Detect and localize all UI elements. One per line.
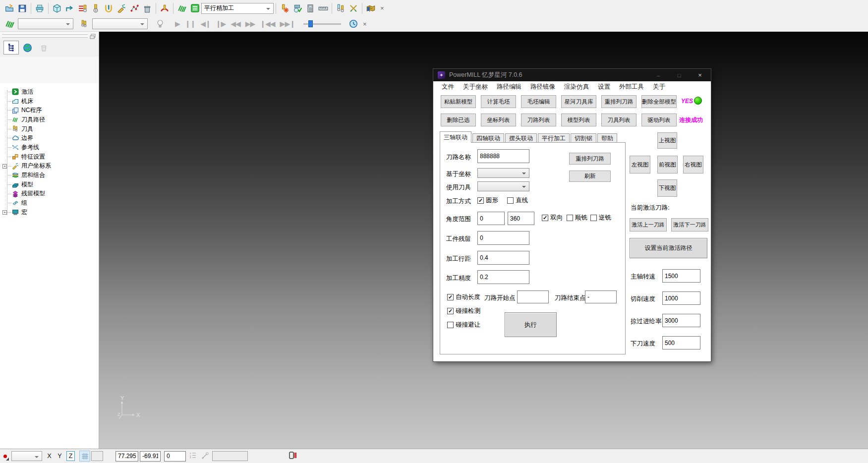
tool-pair-icon[interactable] [334,2,347,14]
edit-stock-button[interactable]: 毛坯编辑 [521,95,556,108]
start-point-input[interactable] [517,290,549,303]
menu-file[interactable]: 文件 [437,83,459,91]
view-left-button[interactable]: 左视图 [630,156,650,174]
axis-x-button[interactable]: X [46,451,53,461]
view-front-button[interactable]: 前视图 [657,156,678,174]
stepover-input[interactable] [477,251,529,265]
delete-selected-button[interactable]: 删除已选 [441,114,476,126]
save-project-icon[interactable] [16,2,29,14]
rearrange-button[interactable]: 重排列刀路 [569,153,611,165]
tab-tilt-head[interactable]: 摆头联动 [505,133,537,143]
tab-parallel[interactable]: 平行加工 [538,133,570,143]
nc-program-icon[interactable] [3,18,16,30]
slider-thumb[interactable] [308,20,313,27]
stock-remain-input[interactable] [477,231,529,245]
plunge-feed-input[interactable] [662,336,700,349]
play-button[interactable]: ▶ [173,20,182,28]
menu-external-tools[interactable]: 外部工具 [615,83,648,91]
tree-item-patterns[interactable]: 参考线 [0,143,99,152]
view-top-button[interactable]: 上视图 [657,132,677,149]
tool-small-icon[interactable] [77,18,90,30]
tree-expander-icon[interactable]: + [2,210,7,215]
tree-item-toolpaths[interactable]: 刀具路径 [0,115,99,124]
panel-float-icon[interactable] [90,34,96,41]
rewind-button[interactable]: ◀◀ [228,20,243,28]
fast-forward-button[interactable]: ▶▶ [243,20,258,28]
tool-list-button[interactable]: 刀具列表 [601,114,637,126]
use-tool-combo[interactable] [477,181,529,191]
refresh-button[interactable]: 刷新 [569,171,611,182]
search-model-icon[interactable] [364,2,377,14]
menu-coords[interactable]: 关于坐标 [459,83,492,91]
menu-path-edit[interactable]: 路径编辑 [492,83,526,91]
nc-program-icon[interactable] [175,2,188,14]
method-line-checkbox[interactable]: 直线 [507,196,528,205]
dir-climb-checkbox[interactable]: 顺铣 [567,214,587,222]
cursor-z-input[interactable] [164,451,186,462]
set-active-path-button[interactable]: 设置当前激活路径 [630,238,707,258]
delete-entity-icon[interactable] [141,2,154,14]
block-icon[interactable] [51,2,63,14]
pause-button[interactable]: ❙❙ [182,20,198,28]
tab-explorer-web[interactable] [20,41,35,55]
menu-render-sim[interactable]: 渲染仿真 [560,83,593,91]
activate-prev-button[interactable]: 激活上一刀路 [630,218,667,232]
cursor-snap-button[interactable] [1,451,10,462]
dir-conv-checkbox[interactable]: 逆铣 [590,214,611,222]
step-back-button[interactable]: ◀❙ [198,20,213,28]
tree-item-feature-sets[interactable]: 特征设置 [0,152,99,162]
bulb-icon[interactable] [154,18,167,30]
delete-all-models-button[interactable]: 删除全部模型 [641,95,677,108]
workplane-edit-icon[interactable] [115,2,128,14]
menu-about[interactable]: 关于 [648,83,670,91]
tree-item-nc-programs[interactable]: NC程序 [0,106,99,115]
tool-library-button[interactable]: 星河刀具库 [561,95,596,108]
model-list-button[interactable]: 模型列表 [561,114,596,126]
strategy-list-icon[interactable] [188,2,201,14]
drive-list-button[interactable]: 驱动列表 [641,114,677,126]
cursor-y-input[interactable] [140,451,161,462]
tool-combo[interactable] [92,18,148,29]
paste-model-button[interactable]: 粘贴新模型 [441,95,476,108]
tab-4axis[interactable]: 四轴联动 [472,133,504,143]
base-coord-combo[interactable] [477,168,529,178]
swap-arrows-icon[interactable] [347,2,360,14]
tab-saw[interactable]: 切割锯 [571,133,596,143]
measure-icon[interactable] [317,2,330,14]
clock-icon[interactable] [347,18,360,30]
tree-item-activate[interactable]: 激活 [0,87,99,97]
tree-expander-icon[interactable]: + [2,164,7,169]
tree-item-stock-models[interactable]: 残留模型 [0,189,99,199]
toolpath-name-input[interactable] [477,149,529,163]
end-point-input[interactable] [585,290,617,303]
workplane-combo[interactable] [11,451,42,461]
tree-item-models[interactable]: 模型 [0,180,99,189]
dir-both-checkbox[interactable]: 双向 [542,214,563,222]
angle-from-input[interactable] [477,212,505,225]
print-icon[interactable] [33,2,46,14]
spindle-speed-input[interactable] [662,269,700,283]
minimize-button[interactable]: – [651,69,665,81]
tree-item-macros[interactable]: +宏 [0,208,99,217]
tree-item-machine[interactable]: 机床 [0,97,99,106]
simulation-speed-slider[interactable] [301,19,343,29]
tab-help[interactable]: 帮助 [597,133,617,143]
step-forward-button[interactable]: ❙▶ [213,20,229,28]
angle-to-input[interactable] [508,212,534,225]
go-start-button[interactable]: ❙◀◀ [257,20,277,28]
viewport-canvas[interactable]: Y X Z ✦ PowerMILL 忆梦星河 7.0.6 – □ × 文件 关于… [99,32,868,449]
tolerance-input[interactable] [477,270,529,284]
tree-item-boundaries[interactable]: 边界 [0,133,99,143]
holder-profile-icon[interactable] [158,2,171,14]
calculator-icon[interactable] [304,2,317,14]
tab-3axis[interactable]: 三轴联动 [440,131,471,143]
skim-feed-input[interactable] [662,314,700,327]
view-right-button[interactable]: 右视图 [683,156,703,174]
collision-detect-checkbox[interactable]: 碰撞检测 [447,307,480,315]
view-bottom-button[interactable]: 下视图 [657,179,677,197]
collision-avoid-checkbox[interactable]: 碰撞避让 [447,321,480,329]
tool-delete-icon[interactable] [278,2,291,14]
menu-settings[interactable]: 设置 [593,83,615,91]
tool-verify-icon[interactable] [291,2,304,14]
tree-item-tools[interactable]: 刀具 [0,124,99,134]
